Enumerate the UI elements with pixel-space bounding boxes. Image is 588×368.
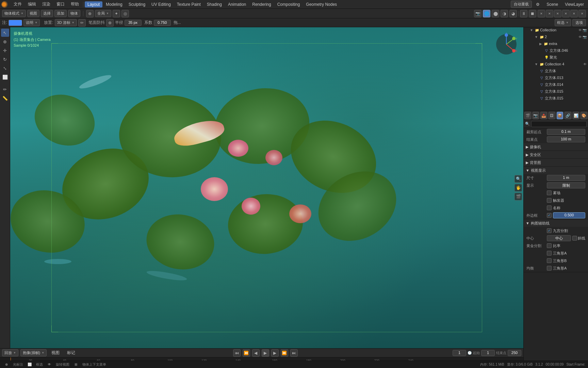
diagonal-checkbox[interactable]: [572, 236, 577, 241]
jump-end-btn[interactable]: ⏭: [290, 349, 298, 357]
pause-btn[interactable]: ⏸: [520, 10, 527, 17]
tool-rotate[interactable]: ↻: [1, 55, 9, 63]
workspace-tab-compositing[interactable]: Compositing: [275, 1, 303, 7]
tool-cursor[interactable]: ⊕: [1, 37, 9, 46]
engine-selector[interactable]: ⚙: [533, 1, 542, 7]
brush-icon[interactable]: ✏: [78, 19, 86, 27]
close-btn6[interactable]: ✕: [578, 10, 586, 17]
shading-material-btn[interactable]: ◑: [501, 10, 508, 17]
props-mat-icon[interactable]: 🎨: [581, 112, 587, 119]
object-menu[interactable]: 物体: [68, 10, 80, 17]
composition-section-header[interactable]: ▼ 构图辅助线: [524, 219, 588, 227]
outliner-item-cube-main[interactable]: ▽ 立方体: [524, 67, 588, 74]
props-render-icon[interactable]: 📷: [533, 112, 539, 119]
zoom-icon[interactable]: 🔍: [514, 175, 522, 183]
outliner-item-light[interactable]: 💡 聚光: [524, 54, 588, 61]
box-select-icon[interactable]: ⬜: [26, 361, 33, 368]
safe-area-section-header[interactable]: ▶ 安全区: [524, 151, 588, 158]
visibility-icon-c4[interactable]: 👁: [583, 62, 587, 66]
trigger-checkbox[interactable]: [547, 198, 552, 203]
rule-thirds-checkbox[interactable]: [547, 228, 552, 233]
menu-window[interactable]: 窗口: [54, 1, 67, 8]
outliner-item-collection4[interactable]: ▼ 📁 Collection 4 👁: [524, 61, 588, 67]
close-viewport-btn[interactable]: ✕: [538, 10, 545, 17]
workspace-tab-sculpting[interactable]: Sculpting: [126, 1, 148, 7]
transform-btn[interactable]: ✦: [113, 10, 120, 17]
camera-nav-icon[interactable]: 🎬: [514, 193, 522, 200]
workspace-tab-rendering[interactable]: Rendering: [249, 1, 274, 7]
hand-icon[interactable]: 🖐: [514, 184, 522, 191]
rotate-mode-icon[interactable]: 👁: [46, 361, 53, 368]
workspace-tab-shading[interactable]: Shading: [204, 1, 225, 7]
menu-help[interactable]: 帮助: [68, 1, 82, 8]
menu-file[interactable]: 文件: [11, 1, 24, 8]
timeline-marker-menu[interactable]: 标记: [64, 349, 78, 356]
workspace-tab-geometry-nodes[interactable]: Geometry Nodes: [303, 1, 340, 7]
render-icon-1[interactable]: 📷: [583, 35, 587, 39]
shading-solid-btn[interactable]: ⬤: [492, 10, 499, 17]
view-menu[interactable]: 视图: [27, 10, 39, 17]
cursor-mode-icon[interactable]: ⊕: [3, 361, 10, 368]
triangle-a-checkbox[interactable]: [547, 251, 552, 256]
visibility-icon-1[interactable]: 👁: [578, 35, 582, 39]
ratio-checkbox[interactable]: [547, 243, 552, 248]
strength-field[interactable]: 0.750: [154, 20, 171, 26]
render-icon-0[interactable]: 📷: [583, 28, 587, 32]
play-btn[interactable]: ▶: [262, 349, 269, 357]
prev-keyframe-btn[interactable]: ◀: [252, 349, 260, 357]
mist-checkbox[interactable]: [547, 190, 552, 195]
tool-annotate[interactable]: ✏: [1, 85, 9, 93]
end-frame-field[interactable]: 1: [481, 350, 495, 356]
snap-icon-btn[interactable]: ⊕: [86, 10, 94, 17]
props-constraint-icon[interactable]: 🔗: [565, 112, 571, 119]
playback-dropdown[interactable]: 回放 ▼: [2, 349, 18, 356]
props-view-icon[interactable]: 🖼: [549, 112, 555, 119]
workspace-tab-layout[interactable]: Layout: [85, 1, 102, 7]
shading-rendered-btn[interactable]: ◕: [509, 10, 517, 17]
props-scene-icon[interactable]: 🎬: [524, 112, 531, 119]
close-btn4[interactable]: ✕: [562, 10, 570, 17]
tool-transform[interactable]: ⬜: [1, 73, 9, 81]
viewport-display-header[interactable]: ▼ 视图显示: [524, 167, 588, 174]
color-swatch[interactable]: [9, 20, 22, 26]
background-section-header[interactable]: ▶ 背景图: [524, 159, 588, 166]
stop-btn[interactable]: ⏹: [529, 10, 536, 17]
outliner-item-cube046[interactable]: ▽ 立方体.046: [524, 47, 588, 54]
workspace-tab-uv-editing[interactable]: UV Editing: [149, 1, 174, 7]
outliner-item-cube015[interactable]: ▽ 立方体.015: [524, 88, 588, 95]
close-btn3[interactable]: ✕: [554, 10, 561, 17]
outline-checkbox[interactable]: [547, 213, 552, 218]
close-btn2[interactable]: ✕: [546, 10, 553, 17]
camera-view-btn[interactable]: 📷: [474, 10, 481, 17]
workspace-tab-texture-paint[interactable]: Texture Paint: [174, 1, 203, 7]
drag-type-dropdown[interactable]: 抱像(插帧) ▼: [20, 349, 47, 356]
view-layer-selector[interactable]: ViewLayer: [562, 1, 587, 7]
triangle-b-checkbox[interactable]: [547, 258, 552, 263]
add-menu[interactable]: 添加: [54, 10, 67, 17]
radius-field[interactable]: 35 px: [125, 20, 142, 26]
frame-select-dropdown[interactable]: 框选 ▼: [555, 19, 571, 26]
show-field[interactable]: 限制: [547, 182, 585, 188]
props-search-input[interactable]: [531, 121, 587, 127]
outliner-item-cube014[interactable]: ▽ 立方体.014: [524, 81, 588, 88]
camera-section-header[interactable]: ▶ 摄像机: [524, 143, 588, 151]
cursor-dropdown[interactable]: 3D 游标 ▼: [55, 19, 77, 26]
timeline-view-menu[interactable]: 视图: [49, 349, 62, 356]
menu-render[interactable]: 渲染: [39, 1, 53, 8]
next-keyframe-btn[interactable]: ▶: [271, 349, 279, 357]
props-object-icon[interactable]: 📦: [557, 112, 564, 119]
clip-end-field[interactable]: 100 m: [547, 136, 585, 142]
viewport-gizmo[interactable]: Z Y X: [494, 32, 518, 56]
jump-start-btn[interactable]: ⏮: [233, 349, 241, 357]
center-field[interactable]: 中心: [547, 235, 571, 241]
options-btn[interactable]: 选项: [572, 19, 586, 26]
close-btn5[interactable]: ✕: [570, 10, 578, 17]
tool-move[interactable]: ✛: [1, 46, 9, 55]
global-selector[interactable]: 全局 ▼: [95, 10, 111, 17]
workspace-tab-modeling[interactable]: Modeling: [103, 1, 125, 7]
auto-save-btn[interactable]: 自动重载: [511, 1, 532, 8]
triangle-a2-checkbox[interactable]: [547, 266, 552, 271]
outliner-item-collection-root[interactable]: ▼ 📁 Collection 👁 📷: [524, 27, 588, 33]
half-radius-icon[interactable]: ⊕: [106, 19, 114, 27]
workspace-tab-animation[interactable]: Animation: [225, 1, 249, 7]
